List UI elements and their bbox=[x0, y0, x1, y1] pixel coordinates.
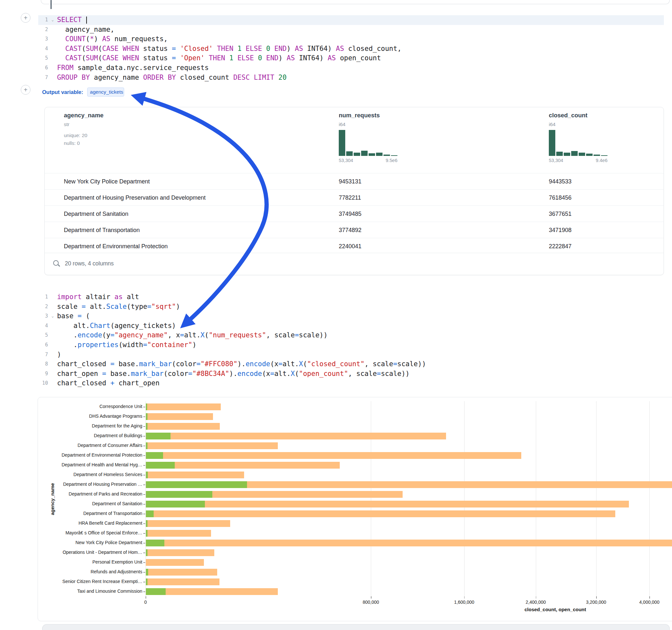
table-cell: Department of Transportation bbox=[64, 226, 140, 233]
y-axis-tick bbox=[143, 533, 145, 534]
x-axis-label: 3,200,000 bbox=[586, 600, 606, 605]
table-row[interactable]: Department of Sanitation37494853677651 bbox=[45, 205, 664, 222]
y-axis-tick bbox=[143, 514, 145, 514]
y-axis-tick bbox=[143, 465, 145, 466]
table-row[interactable]: Department of Transportation377489234719… bbox=[45, 222, 664, 238]
bar-closed bbox=[146, 433, 446, 439]
code-line[interactable]: chart_closed + chart_open bbox=[57, 379, 426, 388]
y-axis-label: New York City Police Department bbox=[38, 540, 142, 545]
table-cell: Department of Environmental Protection bbox=[64, 243, 168, 249]
code-line[interactable]: CAST(SUM(CASE WHEN status = 'Open' THEN … bbox=[57, 53, 401, 63]
code-line[interactable]: ) bbox=[57, 350, 426, 360]
code-line[interactable]: chart_closed = base.mark_bar(color="#FFC… bbox=[57, 359, 426, 369]
line-number: 4 bbox=[38, 44, 48, 54]
histogram-bar bbox=[556, 152, 563, 156]
code-line[interactable]: COUNT(*) AS num_requests, bbox=[57, 34, 401, 44]
bar-open bbox=[146, 549, 147, 556]
y-axis-label: Department of Environmental Protection bbox=[38, 453, 142, 458]
y-axis-tick bbox=[143, 543, 145, 543]
code-line[interactable]: SELECT bbox=[57, 15, 401, 25]
sql-code-editor[interactable]: SELECT agency_name, COUNT(*) AS num_requ… bbox=[57, 15, 401, 82]
code-line[interactable]: FROM sample_data.nyc.service_requests bbox=[57, 63, 401, 73]
bar-closed bbox=[146, 579, 219, 585]
bar-closed bbox=[146, 569, 217, 576]
histogram-bar bbox=[354, 153, 360, 156]
bar-closed bbox=[146, 471, 244, 478]
bar-open bbox=[146, 404, 147, 410]
line-number: 10 bbox=[38, 379, 48, 388]
add-cell-button-top[interactable]: + bbox=[21, 13, 30, 23]
code-line[interactable]: scale = alt.Scale(type="sqrt") bbox=[57, 302, 426, 312]
code-line[interactable]: CAST(SUM(CASE WHEN status = 'Closed' THE… bbox=[57, 44, 401, 54]
fold-chevron-icon[interactable]: ⌄ bbox=[51, 311, 54, 321]
table-cell: 3749485 bbox=[339, 210, 361, 217]
x-axis-tick bbox=[464, 596, 465, 599]
bar-closed bbox=[146, 559, 204, 566]
column-type: i64 bbox=[549, 122, 556, 127]
histogram-bar bbox=[586, 153, 593, 156]
column-header[interactable]: agency_name bbox=[64, 112, 103, 119]
y-axis-label: HRA Benefit Card Replacement bbox=[38, 520, 142, 526]
bar-open bbox=[146, 520, 147, 527]
bar-closed bbox=[146, 510, 615, 517]
gridline bbox=[371, 401, 371, 596]
x-axis-tick bbox=[596, 596, 597, 599]
bar-open bbox=[146, 588, 166, 595]
table-cell: Department of Sanitation bbox=[64, 210, 128, 217]
y-axis-tick bbox=[143, 553, 145, 553]
y-axis-label: Senior Citizen Rent Increase Exempti… bbox=[38, 579, 142, 584]
x-axis-tick bbox=[649, 596, 650, 599]
x-axis-tick bbox=[146, 596, 146, 599]
x-axis-label: 4,000,000 bbox=[639, 600, 659, 605]
line-number: 9 bbox=[38, 369, 48, 379]
bar-closed bbox=[146, 588, 278, 595]
python-line-numbers: 123⌄45678910 bbox=[38, 292, 48, 388]
sql-line-numbers: 1⌄234567 bbox=[38, 15, 48, 82]
code-line[interactable]: .properties(width="container") bbox=[57, 340, 426, 350]
table-cell: Department of Housing Preservation and D… bbox=[64, 194, 206, 201]
table-row[interactable]: Department of Environmental Protection22… bbox=[45, 238, 664, 254]
code-line[interactable]: import altair as alt bbox=[57, 292, 426, 302]
gridline bbox=[464, 401, 464, 596]
bar-closed bbox=[146, 539, 672, 547]
search-icon[interactable] bbox=[53, 260, 59, 266]
y-axis-tick bbox=[143, 407, 145, 407]
line-number: 7 bbox=[38, 73, 48, 83]
code-line[interactable]: agency_name, bbox=[57, 25, 401, 35]
fold-chevron-icon[interactable]: ⌄ bbox=[51, 15, 54, 25]
column-header[interactable]: num_requests bbox=[339, 112, 380, 119]
text-cursor bbox=[86, 17, 87, 24]
output-variable-label: Output variable: bbox=[42, 89, 83, 95]
line-number: 4 bbox=[38, 321, 48, 331]
x-axis-title: closed_count, open_count bbox=[525, 607, 586, 612]
bar-open bbox=[146, 530, 147, 537]
output-variable-badge[interactable]: agency_tickets bbox=[87, 88, 124, 97]
column-header[interactable]: closed_count bbox=[549, 112, 587, 119]
code-line[interactable]: .encode(y="agency_name", x=alt.X("num_re… bbox=[57, 331, 426, 340]
previous-cell-edge bbox=[41, 0, 670, 4]
add-cell-button-output[interactable]: + bbox=[21, 85, 30, 95]
code-line[interactable]: base = ( bbox=[57, 311, 426, 321]
table-row[interactable]: Department of Housing Preservation and D… bbox=[45, 189, 664, 205]
bar-open bbox=[146, 471, 148, 478]
table-cell: 3774892 bbox=[339, 226, 361, 233]
y-axis-tick bbox=[143, 484, 145, 485]
bar-open bbox=[146, 501, 205, 508]
python-code-editor[interactable]: import altair as altscale = alt.Scale(ty… bbox=[57, 292, 426, 388]
bar-closed bbox=[146, 501, 629, 508]
code-line[interactable]: GROUP BY agency_name ORDER BY closed_cou… bbox=[57, 73, 401, 83]
code-line[interactable]: chart_open = base.mark_bar(color="#8BC34… bbox=[57, 369, 426, 379]
code-line[interactable]: alt.Chart(agency_tickets) bbox=[57, 321, 426, 331]
histogram-bar bbox=[594, 154, 600, 156]
x-axis-label: 800,000 bbox=[363, 600, 379, 605]
histogram-bar bbox=[579, 153, 585, 156]
y-axis-tick bbox=[143, 572, 145, 573]
line-number: 5 bbox=[38, 331, 48, 340]
bar-closed bbox=[146, 423, 220, 430]
line-number: 1 bbox=[38, 292, 48, 302]
table-row[interactable]: New York City Police Department945313194… bbox=[45, 173, 664, 189]
x-axis-label: 2,400,000 bbox=[526, 600, 546, 605]
bar-open bbox=[146, 579, 147, 585]
table-cell: 2240041 bbox=[339, 243, 361, 249]
bar-open bbox=[146, 539, 164, 547]
